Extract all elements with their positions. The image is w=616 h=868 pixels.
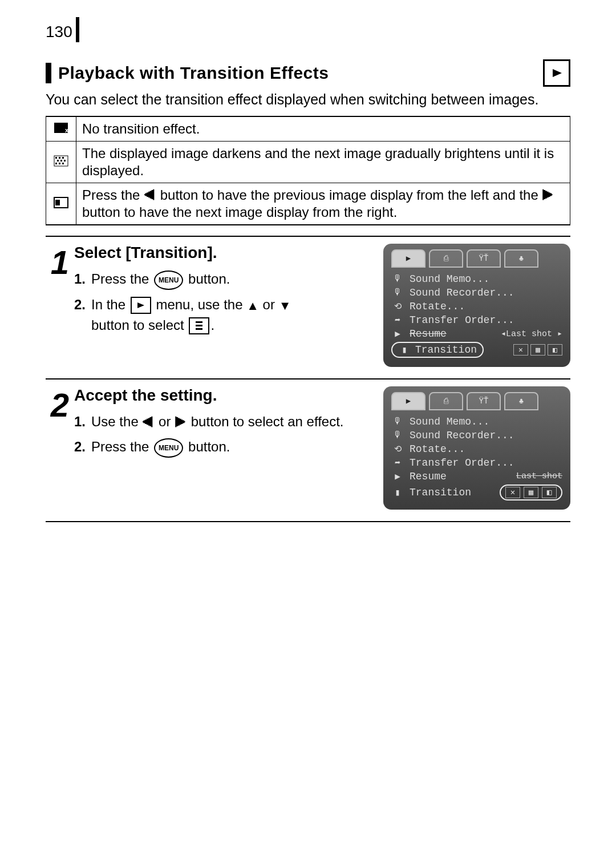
lcd-menu-item: ➦Transfer Order... (391, 456, 562, 470)
transition-effects-table: x No transition effect. The displayed im… (46, 116, 570, 225)
lcd-tab: ▶ (391, 249, 425, 268)
step-title: Select [Transition]. (74, 244, 373, 262)
up-arrow-icon: ▲ (246, 296, 259, 315)
svg-rect-11 (59, 163, 60, 164)
effect-fade-icon (46, 141, 76, 183)
svg-marker-0 (553, 69, 562, 77)
lcd-menu-item: 🎙Sound Recorder... (391, 429, 562, 442)
lcd-highlighted-item: ▮Transition✕▦◧ (391, 483, 562, 502)
substep: 1.Use the ⯇ or ⯈ button to select an eff… (74, 411, 373, 432)
lcd-menu-item: 🎙Sound Memo... (391, 415, 562, 429)
svg-rect-12 (62, 163, 64, 164)
lcd-tab: ŸŤ (467, 392, 501, 410)
step-number: 2 (46, 386, 74, 510)
step-title: Accept the setting. (74, 386, 373, 405)
right-arrow-icon: ⯈ (542, 188, 554, 204)
lcd-tab: ŸŤ (467, 249, 501, 268)
effect-fade-text: The displayed image darkens and the next… (76, 141, 570, 183)
lcd-tab: ♣ (504, 392, 538, 410)
effect-slide-icon (46, 183, 76, 225)
page-header: 130 (46, 17, 570, 42)
lcd-highlighted-item: ▮Transition✕▦◧ (391, 341, 562, 359)
svg-text:x: x (65, 127, 68, 134)
lcd-menu-item: ⟲Rotate... (391, 300, 562, 313)
camera-lcd-screenshot: ▶⎙ŸŤ♣🎙Sound Memo...🎙Sound Recorder...⟲Ro… (383, 386, 570, 510)
effect-none-icon: x (46, 116, 76, 142)
section-title: Playback with Transition Effects (58, 63, 329, 83)
section-accent-bar (46, 63, 51, 83)
effect-slide-text: Press the ⯇ button to have the previous … (76, 183, 570, 225)
lcd-menu-item: ⟲Rotate... (391, 442, 562, 456)
lcd-tab: ⎙ (429, 392, 463, 410)
substep: 2.In the menu, use the ▲ or ▼ button to … (74, 294, 373, 336)
substep: 2.Press the MENU button. (74, 437, 373, 458)
right-arrow-icon: ⯈ (175, 413, 187, 432)
transition-setting-icon (189, 317, 209, 334)
lcd-tab: ▶ (391, 392, 425, 410)
lcd-menu-item: ▶Resume◂Last shot ▸ (391, 327, 562, 341)
svg-marker-15 (137, 302, 144, 308)
step: 2Accept the setting.1.Use the ⯇ or ⯈ but… (46, 378, 570, 522)
lcd-menu-item: 🎙Sound Recorder... (391, 286, 562, 300)
lcd-menu-item: 🎙Sound Memo... (391, 272, 562, 286)
lcd-tab: ♣ (504, 249, 538, 268)
step: 1Select [Transition].1.Press the MENU bu… (46, 236, 570, 380)
lcd-tab: ⎙ (429, 249, 463, 268)
page-number: 130 (46, 17, 79, 42)
svg-rect-5 (59, 157, 60, 159)
svg-rect-9 (64, 160, 66, 162)
svg-rect-4 (55, 157, 57, 159)
down-arrow-icon: ▼ (279, 296, 291, 315)
lcd-menu-item: ➦Transfer Order... (391, 313, 562, 327)
menu-button-icon: MENU (154, 271, 183, 290)
svg-rect-10 (55, 163, 57, 164)
step-number: 1 (46, 244, 74, 367)
svg-rect-7 (57, 160, 59, 162)
substep: 1.Press the MENU button. (74, 269, 373, 290)
section-intro: You can select the transition effect dis… (46, 90, 570, 109)
camera-lcd-screenshot: ▶⎙ŸŤ♣🎙Sound Memo...🎙Sound Recorder...⟲Ro… (383, 244, 570, 367)
menu-button-icon: MENU (154, 438, 183, 458)
left-arrow-icon: ⯇ (142, 413, 155, 432)
svg-rect-8 (60, 160, 62, 162)
playback-mode-icon (543, 59, 570, 87)
svg-rect-14 (55, 200, 60, 205)
left-arrow-icon: ⯇ (144, 188, 156, 204)
playback-icon (131, 297, 151, 314)
effect-none-text: No transition effect. (76, 116, 570, 142)
svg-rect-6 (62, 157, 64, 159)
lcd-menu-item: ▶ResumeLast shot (391, 470, 562, 483)
